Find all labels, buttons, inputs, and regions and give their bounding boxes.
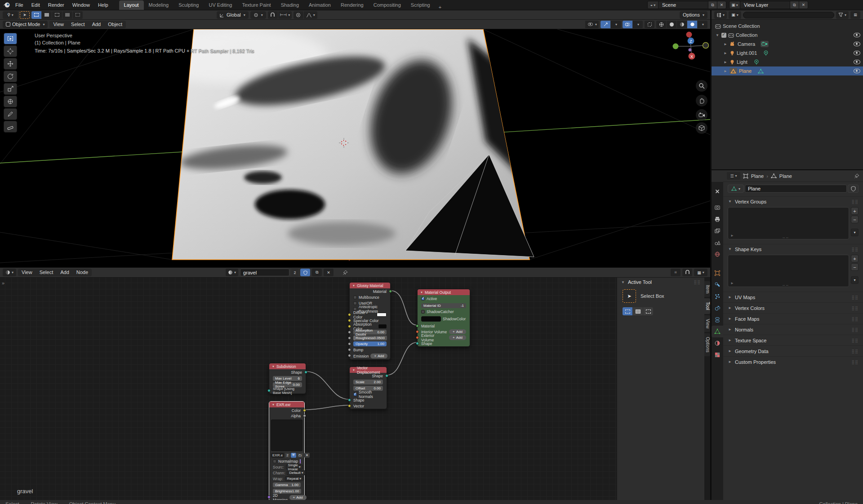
node-image-texture[interactable]: ▼EXR.exr Color Alpha EXR.e 2 ⛨ 🗀 ✕ Norma… [269,401,305,500]
max-level-slider[interactable]: Max Level6 [273,376,302,381]
outliner-search-input[interactable] [743,12,834,18]
pan-button[interactable] [696,95,707,106]
gizmo-dropdown[interactable]: ▾ [611,21,621,28]
image-open-button[interactable]: 🗀 [297,453,303,458]
menu-help[interactable]: Help [94,0,112,10]
proportional-falloff-dropdown[interactable]: ▾ [304,11,317,19]
hide-eye-toggle[interactable] [854,51,860,55]
menu-edit[interactable]: Edit [28,0,44,10]
options-dropdown[interactable]: Options▾ [680,11,707,19]
panel-uv-maps[interactable]: ►UV Maps⣿⣿ [723,292,863,302]
select-mode-extend[interactable] [42,11,52,19]
mesh-datablock-dropdown[interactable]: ▾ [728,185,744,193]
snapping-toggle[interactable] [268,11,278,19]
socket-opacity[interactable] [348,342,351,345]
outliner-row-collection[interactable]: ▼ Collection [712,31,863,40]
workspace-tab-layout[interactable]: Layout [119,0,144,10]
tool-select-box[interactable]: ➤ [4,33,17,44]
panel-shape-keys[interactable]: ▼Shape Keys⣿⣿ [723,244,863,254]
tool-cursor[interactable] [4,45,17,57]
workspace-tab-animation[interactable]: Animation [304,0,336,10]
tab-object[interactable] [712,267,723,279]
socket-material-in[interactable] [416,324,419,327]
expand-icon[interactable]: ► [723,60,728,64]
scene-selector[interactable]: ◒▾ Scene ⧉ ✕ [647,1,726,9]
mode-extend[interactable] [633,307,643,315]
new-scene-button[interactable]: ⧉ [708,1,717,9]
viewport-menu-select[interactable]: Select [67,21,89,28]
view-layer-selector[interactable]: ▣▾ View Layer ⧉ ✕ [729,1,808,9]
scale-slider[interactable]: Scale2.00 [353,380,383,385]
editor-type-dropdown[interactable]: ▾ [3,269,16,276]
tool-annotate[interactable] [4,108,17,120]
show-overlays-toggle[interactable] [623,21,632,28]
properties-editor-type-dropdown[interactable]: ☰▾ [727,172,740,180]
workspace-tab-sculpting[interactable]: Sculpting [173,0,204,10]
node-grid-dropdown[interactable]: ▦▾ [694,269,707,276]
show-gizmo-toggle[interactable] [601,21,610,28]
toggle-ortho-button[interactable] [696,122,707,134]
socket-bump[interactable] [348,348,351,351]
socket-vector-in[interactable] [348,404,351,407]
hide-eye-toggle[interactable] [854,69,860,73]
menu-render[interactable]: Render [44,0,68,10]
menu-window[interactable]: Window [69,0,93,10]
material-id-slider[interactable]: Material ID-1 [421,303,466,308]
mode-dropdown[interactable]: Object Mode▾ [3,21,48,28]
zoom-button[interactable] [696,80,707,92]
source-dropdown[interactable]: Single Image▾ [286,464,303,469]
tool-transform[interactable] [4,96,17,107]
material-fake-user-button[interactable] [300,269,310,276]
material-unlink-button[interactable]: ✕ [324,269,334,276]
overlays-dropdown[interactable]: ▾ [633,21,643,28]
hide-eye-toggle[interactable] [854,42,860,46]
shading-rendered[interactable] [687,21,697,28]
panel-vertex-colors[interactable]: ►Vertex Colors⣿⣿ [723,302,863,313]
outliner-id-filter-dropdown[interactable]: ▣▾ [729,11,741,19]
viewport-3d[interactable]: ⚲▾ ➤ Global▾ ▾ ⊢⊣▾ ▾ [0,10,710,267]
socket-exterior-volume[interactable] [416,336,419,339]
select-mode-intersect[interactable] [73,11,83,19]
object-visibility-dropdown[interactable]: ▾ [585,21,599,28]
viewport-canvas[interactable]: Z X User Perspective (1) Collection | Pl… [0,29,710,267]
fake-user-shield-button[interactable] [848,185,859,193]
workspace-tab-rendering[interactable]: Rendering [336,0,369,10]
gamma-slider[interactable]: Gamma1.00 [273,482,301,487]
tool-move[interactable] [4,58,17,70]
socket-shape-in[interactable] [416,342,419,345]
viewport-menu-view[interactable]: View [49,21,67,28]
exterior-volume-add-button[interactable]: +Add [449,335,466,340]
select-mode-new[interactable] [31,11,41,19]
outliner-display-mode-dropdown[interactable]: ▾ [714,11,727,19]
socket-2d-mapping[interactable] [267,495,271,499]
shading-dropdown[interactable]: ▾ [698,21,707,28]
vertex-group-specials-button[interactable]: ▾ [851,229,859,236]
socket-alpha-out[interactable] [303,414,306,417]
emission-add-button[interactable]: +Add [370,354,387,358]
socket-shape-in[interactable] [348,398,351,402]
expand-icon[interactable]: ▼ [715,33,720,37]
socket-shape-out[interactable] [304,371,307,374]
tab-output[interactable] [712,213,723,225]
shading-solid[interactable] [667,21,676,28]
panel-normals[interactable]: ►Normals⣿⣿ [723,324,863,335]
absorption-depth-slider[interactable]: Absorption Depth(0.00 [353,330,387,335]
sidebar-tab-tool[interactable]: Tool [704,298,710,314]
light-data-badge[interactable] [762,50,770,56]
socket-color-out[interactable] [303,409,306,412]
normalmap-checkbox[interactable] [273,460,276,463]
smooth-normals-checkbox[interactable] [353,393,357,396]
panel-geometry-data[interactable]: ►Geometry Data⣿⣿ [723,345,863,356]
viewport-menu-object[interactable]: Object [104,21,126,28]
active-checkbox[interactable] [421,297,425,301]
roughness-slider[interactable]: Roughness0.0500 [353,336,387,340]
workspace-tab-scripting[interactable]: Scripting [406,0,435,10]
node-vector-displacement[interactable]: ▼Vector Displacement Shape Scale2.00 Off… [349,367,387,409]
vertex-group-add-button[interactable]: + [851,207,859,215]
shape-key-add-button[interactable]: + [851,255,859,262]
mode-subtract[interactable] [643,307,653,315]
select-mode-subtract[interactable] [52,11,62,19]
remove-view-layer-button[interactable]: ✕ [799,1,808,9]
multibounce-checkbox[interactable] [353,296,357,299]
expand-icon[interactable]: ► [723,69,728,73]
